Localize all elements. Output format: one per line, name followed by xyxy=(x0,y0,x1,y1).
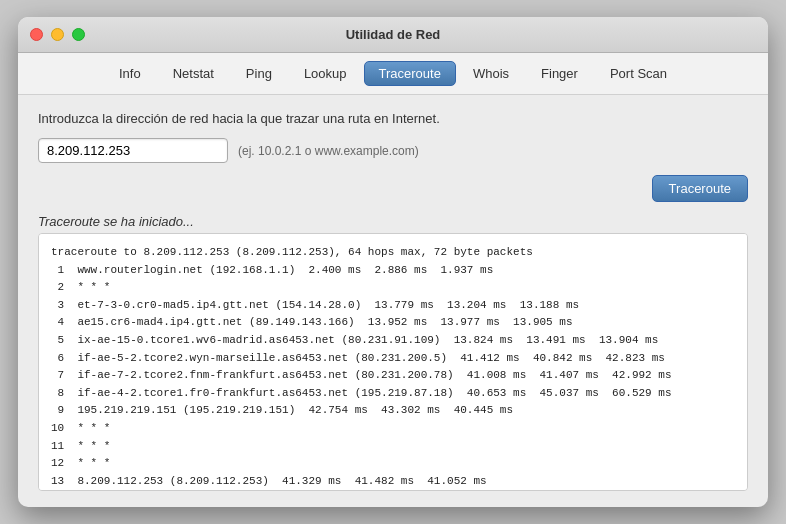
tab-whois[interactable]: Whois xyxy=(458,61,524,86)
content-area: Introduzca la dirección de red hacia la … xyxy=(18,95,768,507)
tab-finger[interactable]: Finger xyxy=(526,61,593,86)
title-bar: Utilidad de Red xyxy=(18,17,768,53)
tab-traceroute[interactable]: Traceroute xyxy=(364,61,456,86)
main-window: Utilidad de Red Info Netstat Ping Lookup… xyxy=(18,17,768,507)
address-hint: (ej. 10.0.2.1 o www.example.com) xyxy=(238,144,419,158)
address-row: (ej. 10.0.2.1 o www.example.com) xyxy=(38,138,748,163)
address-input[interactable] xyxy=(38,138,228,163)
tab-bar: Info Netstat Ping Lookup Traceroute Whoi… xyxy=(18,53,768,95)
output-title: Traceroute se ha iniciado... xyxy=(38,214,748,229)
tab-lookup[interactable]: Lookup xyxy=(289,61,362,86)
tab-netstat[interactable]: Netstat xyxy=(158,61,229,86)
output-area[interactable]: traceroute to 8.209.112.253 (8.209.112.2… xyxy=(38,233,748,491)
tab-info[interactable]: Info xyxy=(104,61,156,86)
minimize-button[interactable] xyxy=(51,28,64,41)
tab-ping[interactable]: Ping xyxy=(231,61,287,86)
close-button[interactable] xyxy=(30,28,43,41)
maximize-button[interactable] xyxy=(72,28,85,41)
output-section: Traceroute se ha iniciado... traceroute … xyxy=(38,214,748,491)
traceroute-button[interactable]: Traceroute xyxy=(652,175,748,202)
action-row: Traceroute xyxy=(38,175,748,202)
description-text: Introduzca la dirección de red hacia la … xyxy=(38,111,748,126)
traffic-lights xyxy=(30,28,85,41)
tab-portscan[interactable]: Port Scan xyxy=(595,61,682,86)
window-title: Utilidad de Red xyxy=(346,27,441,42)
